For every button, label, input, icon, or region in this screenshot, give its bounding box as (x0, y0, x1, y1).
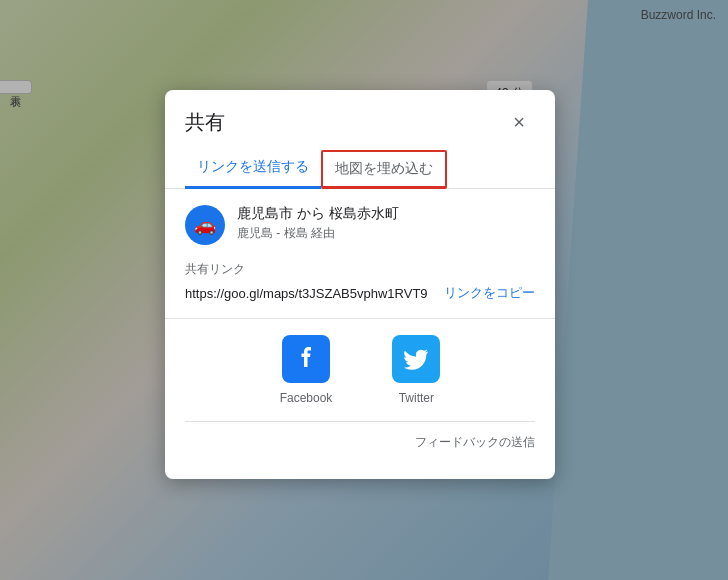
twitter-icon (392, 335, 440, 383)
dialog-title: 共有 (185, 109, 225, 136)
route-subheading: 鹿児島 - 桜島 経由 (237, 225, 399, 242)
share-link-label: 共有リンク (185, 261, 535, 278)
tab-send-link[interactable]: リンクを送信する (185, 150, 321, 189)
facebook-share-button[interactable]: Facebook (280, 335, 333, 405)
dialog-header: 共有 × (165, 90, 555, 138)
tab-embed-map[interactable]: 地図を埋め込む (321, 150, 447, 189)
share-link-row: https://goo.gl/maps/t3JSZAB5vphw1RVT9 リン… (185, 284, 535, 302)
dialog-body: 🚗 鹿児島市 から 桜島赤水町 鹿児島 - 桜島 経由 共有リンク https:… (165, 189, 555, 479)
feedback-link[interactable]: フィードバックの送信 (415, 434, 535, 451)
route-heading: 鹿児島市 から 桜島赤水町 (237, 205, 399, 223)
route-text: 鹿児島市 から 桜島赤水町 鹿児島 - 桜島 経由 (237, 205, 399, 242)
dialog-tabs: リンクを送信する 地図を埋め込む (165, 142, 555, 189)
route-icon: 🚗 (185, 205, 225, 245)
facebook-label: Facebook (280, 391, 333, 405)
social-section: Facebook Twitter (185, 319, 535, 421)
share-dialog: 共有 × リンクを送信する 地図を埋め込む 🚗 鹿児島市 から 桜島赤水町 鹿児… (165, 90, 555, 479)
feedback-row: フィードバックの送信 (185, 421, 535, 463)
twitter-share-button[interactable]: Twitter (392, 335, 440, 405)
close-button[interactable]: × (503, 106, 535, 138)
route-row: 🚗 鹿児島市 から 桜島赤水町 鹿児島 - 桜島 経由 (185, 205, 535, 245)
facebook-icon (282, 335, 330, 383)
copy-link-button[interactable]: リンクをコピー (444, 284, 535, 302)
share-link-url: https://goo.gl/maps/t3JSZAB5vphw1RVT9 (185, 286, 436, 301)
twitter-label: Twitter (399, 391, 434, 405)
